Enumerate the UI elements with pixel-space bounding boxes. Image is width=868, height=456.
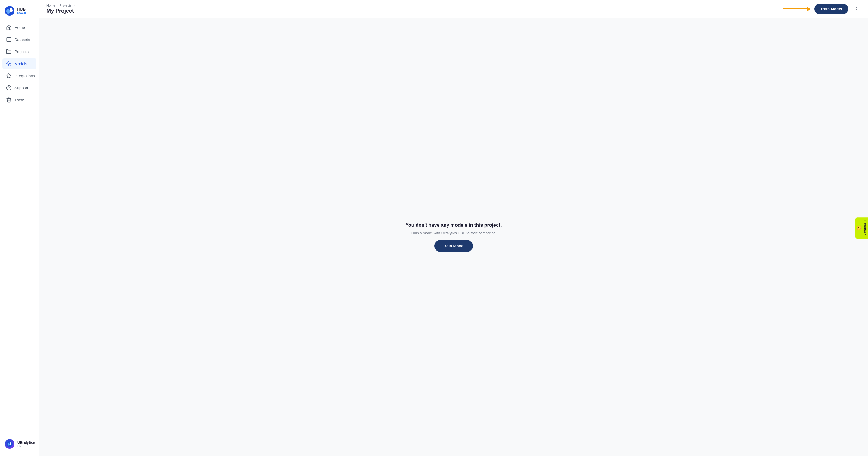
sidebar-item-label: Trash bbox=[14, 98, 24, 102]
arrow-annotation bbox=[783, 7, 811, 11]
sidebar-item-label: Integrations bbox=[14, 74, 35, 78]
svg-point-10 bbox=[7, 441, 13, 447]
home-icon bbox=[6, 25, 11, 30]
sidebar-item-label: Models bbox=[14, 61, 27, 66]
navigation: Home Datasets Projects bbox=[0, 22, 39, 435]
user-plan: FREE bbox=[18, 445, 35, 448]
sidebar-item-label: Support bbox=[14, 86, 28, 90]
models-icon bbox=[6, 61, 11, 66]
logo-hub-text: HUB bbox=[17, 7, 26, 11]
sidebar-item-trash[interactable]: Trash bbox=[2, 94, 36, 106]
arrow-line bbox=[783, 8, 807, 9]
breadcrumb: Home > Projects > My Project bbox=[46, 4, 75, 14]
empty-state-subtitle: Train a model with Ultralytics HUB to st… bbox=[411, 231, 496, 235]
sidebar-item-models[interactable]: Models bbox=[2, 58, 36, 69]
train-model-center-button[interactable]: Train Model bbox=[434, 240, 473, 252]
header-actions: Train Model ⋮ bbox=[783, 4, 861, 14]
user-profile[interactable]: Ultralytics FREE bbox=[0, 435, 39, 452]
user-name: Ultralytics bbox=[18, 440, 35, 445]
arrow-head bbox=[807, 7, 811, 11]
breadcrumb-sep-2: > bbox=[73, 4, 75, 7]
sidebar-item-projects[interactable]: Projects bbox=[2, 46, 36, 57]
sidebar-item-label: Projects bbox=[14, 50, 29, 54]
sidebar-item-integrations[interactable]: Integrations bbox=[2, 70, 36, 81]
content-area: You don't have any models in this projec… bbox=[39, 18, 868, 456]
breadcrumb-projects[interactable]: Projects bbox=[60, 4, 72, 7]
svg-marker-7 bbox=[7, 74, 11, 78]
sidebar-item-label: Datasets bbox=[14, 37, 30, 42]
breadcrumb-sep-1: > bbox=[56, 4, 58, 7]
feedback-label: Feedback bbox=[864, 221, 867, 235]
trash-icon bbox=[6, 97, 11, 103]
page-title: My Project bbox=[46, 8, 75, 14]
svg-rect-3 bbox=[7, 37, 11, 41]
sidebar-item-label: Home bbox=[14, 25, 25, 30]
sidebar-item-home[interactable]: Home bbox=[2, 22, 36, 33]
datasets-icon bbox=[6, 37, 11, 42]
train-model-button[interactable]: Train Model bbox=[814, 4, 848, 14]
feedback-emoji: 😊 bbox=[857, 226, 862, 230]
projects-icon bbox=[6, 49, 11, 54]
svg-point-6 bbox=[8, 63, 10, 64]
sidebar-item-datasets[interactable]: Datasets bbox=[2, 34, 36, 45]
empty-state: You don't have any models in this projec… bbox=[405, 223, 501, 252]
avatar bbox=[5, 439, 14, 449]
sidebar-item-support[interactable]: Support bbox=[2, 82, 36, 93]
integrations-icon bbox=[6, 73, 11, 78]
more-options-button[interactable]: ⋮ bbox=[852, 4, 861, 14]
sidebar: HUB BETA Home Datasets bbox=[0, 0, 39, 456]
logo: HUB BETA bbox=[0, 4, 39, 22]
header: Home > Projects > My Project Train Model… bbox=[39, 0, 868, 18]
empty-state-title: You don't have any models in this projec… bbox=[405, 223, 501, 228]
support-icon bbox=[6, 85, 11, 90]
ultralytics-logo-icon bbox=[5, 6, 14, 16]
main-content: Home > Projects > My Project Train Model… bbox=[39, 0, 868, 456]
more-icon: ⋮ bbox=[854, 6, 859, 12]
feedback-tab[interactable]: Feedback 😊 bbox=[855, 218, 868, 238]
breadcrumb-home[interactable]: Home bbox=[46, 4, 55, 7]
logo-beta-badge: BETA bbox=[17, 12, 26, 15]
